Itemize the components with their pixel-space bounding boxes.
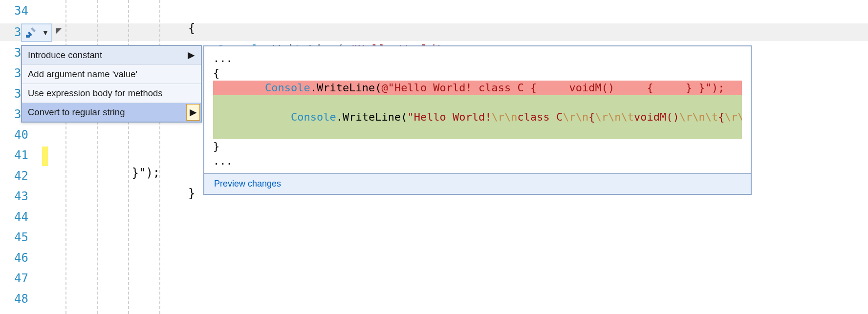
- diff-context: ...: [213, 51, 742, 66]
- chevron-down-icon: ▼: [42, 29, 49, 37]
- quick-actions-menu: Introduce constant ▶ Add argument name '…: [21, 45, 202, 123]
- line-number: 45: [14, 230, 28, 244]
- menu-item-use-expression-body[interactable]: Use expression body for methods: [22, 84, 201, 103]
- preview-footer: Preview changes: [204, 173, 751, 194]
- line-number: 43: [14, 189, 28, 203]
- svg-marker-3: [31, 27, 36, 32]
- diff-removed: Console.WriteLine(@"Hello World! class C…: [213, 81, 742, 95]
- line-number: 42: [14, 169, 28, 183]
- diff-context: }: [213, 139, 742, 154]
- code-line[interactable]: Console.WriteLine(@"Hello World!: [61, 23, 868, 41]
- change-marker: [42, 147, 48, 166]
- expand-collapse-icon[interactable]: [54, 27, 63, 36]
- svg-rect-1: [26, 35, 30, 38]
- diff-context: ...: [213, 154, 742, 168]
- quick-actions-button[interactable]: ▼: [21, 23, 52, 42]
- line-number: 46: [14, 251, 28, 265]
- menu-item-label: Add argument name 'value': [28, 69, 137, 79]
- menu-item-convert-to-regular-string[interactable]: Convert to regular string ▶: [22, 103, 201, 122]
- menu-item-label: Convert to regular string: [28, 107, 125, 117]
- menu-item-add-argument-name[interactable]: Add argument name 'value': [22, 64, 201, 84]
- line-number: 48: [14, 292, 28, 306]
- screwdriver-icon: [24, 26, 37, 39]
- code-preview-panel: ... { Console.WriteLine(@"Hello World! c…: [203, 45, 752, 195]
- line-number: 34: [14, 4, 28, 18]
- menu-item-label: Use expression body for methods: [28, 88, 163, 98]
- code-line[interactable]: {: [61, 2, 868, 20]
- menu-item-introduce-constant[interactable]: Introduce constant ▶: [22, 46, 201, 64]
- diff-body: ... { Console.WriteLine(@"Hello World! c…: [204, 46, 751, 173]
- submenu-arrow-icon: ▶: [186, 104, 200, 121]
- submenu-arrow-icon: ▶: [188, 50, 195, 61]
- line-number: 47: [14, 272, 28, 285]
- diff-context: {: [213, 66, 742, 81]
- line-number: 44: [14, 210, 28, 224]
- line-number: 41: [14, 148, 28, 162]
- diff-added: Console.WriteLine("Hello World!\r\nclass…: [213, 95, 742, 139]
- menu-item-label: Introduce constant: [28, 50, 102, 60]
- preview-changes-link[interactable]: Preview changes: [214, 179, 281, 188]
- svg-marker-0: [56, 28, 62, 34]
- code-editor[interactable]: 34 35 36 37 38 39 40 41 42 43 44 45 46 4…: [0, 0, 868, 314]
- line-number: 40: [14, 128, 28, 142]
